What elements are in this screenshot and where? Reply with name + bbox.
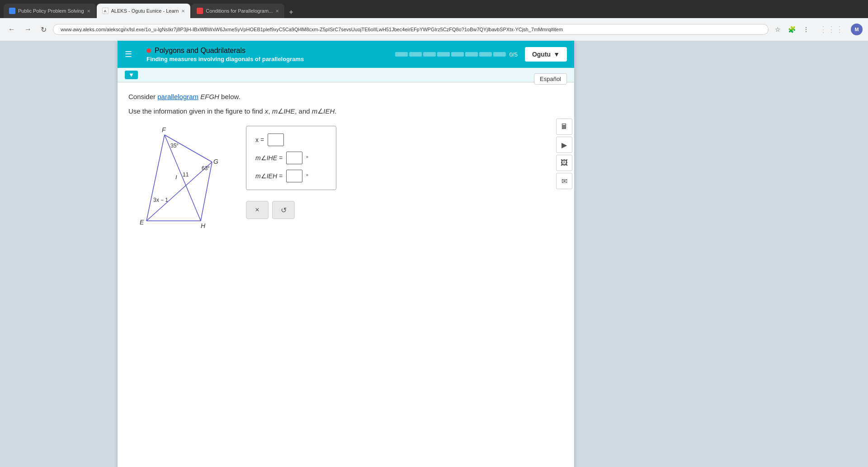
seg4 [437,52,450,57]
video-button[interactable]: ▶ [556,137,572,153]
parallelogram-figure: F G H E I 35° 63° 11 3x − 1 [128,126,228,243]
answer-area: x = m∠IHE = ° m∠IEH = ° [246,126,336,219]
calculator-icon: 🖩 [561,123,568,131]
tab-conditions[interactable]: Conditions for Parallelogram... ✕ [191,4,284,18]
svg-line-3 [146,135,165,221]
progress-area: 0/5 [395,51,518,58]
problem-instruction: Use the information given in the figure … [128,106,563,117]
angle-35: 35° [170,143,179,149]
side-3x: 3x − 1 [153,197,168,203]
browser-chrome: Public Policy Problem Solving ✕ A ALEKS … [0,0,868,41]
ihe-label: m∠IHE = [255,154,283,162]
topic-name: Polygons and Quadrilaterals [155,47,245,55]
problem-intro: Consider parallelogram EFGH below. [128,91,563,102]
side-tools: 🖩 ▶ 🖼 ✉ [556,119,574,189]
label-E: E [140,219,144,226]
intro-end: below. [221,93,241,100]
app-header: ☰ Polygons and Quadrilaterals Finding me… [118,41,574,68]
ihe-input[interactable] [286,152,302,164]
calculator-button[interactable]: 🖩 [556,119,572,135]
url-text: www-awy.aleks.com/alekscgi/x/lsl.exe/1o_… [61,27,761,32]
back-button[interactable]: ← [5,24,18,35]
tab-public-policy[interactable]: Public Policy Problem Solving ✕ [4,4,96,18]
shape-name: EFGH [200,93,219,100]
label-G: G [213,158,218,165]
collapse-bar: ▼ [118,68,574,82]
content-area: Consider parallelogram EFGH below. Use t… [118,82,574,376]
x-row: x = [255,133,327,146]
tab-title-1: Public Policy Problem Solving [18,8,84,14]
tab-title-2: ALEKS - Ogutu Eunice - Learn [111,8,179,14]
x-label: x = [255,136,264,143]
svg-line-4 [165,135,201,221]
profile-button[interactable]: M [851,24,863,35]
figure-answer-area: F G H E I 35° 63° 11 3x − 1 [128,126,563,243]
user-menu-button[interactable]: Ogutu ▼ [525,47,567,62]
label-I: I [175,174,177,181]
extension-button[interactable]: 🧩 [785,24,798,35]
main-layout: ☰ Polygons and Quadrilaterals Finding me… [0,41,868,467]
mail-icon: ✉ [561,177,567,186]
user-name: Ogutu [532,51,551,58]
profile-avatar: M [851,24,863,35]
seg2 [409,52,422,57]
hamburger-menu[interactable]: ☰ [118,41,139,68]
new-tab-button[interactable]: + [285,6,297,18]
forward-button[interactable]: → [22,24,34,35]
url-bar[interactable]: www-awy.aleks.com/alekscgi/x/lsl.exe/1o_… [53,24,769,35]
dropdown-arrow: ▼ [553,51,560,58]
label-H: H [201,222,206,229]
side-11: 11 [183,172,189,178]
app-container: ☰ Polygons and Quadrilaterals Finding me… [118,41,574,467]
x-input[interactable] [268,133,284,146]
tab-close-2[interactable]: ✕ [181,9,185,14]
tab-favicon-3 [197,8,203,14]
label-F: F [162,126,166,133]
image-button[interactable]: 🖼 [556,155,572,171]
header-info: Polygons and Quadrilaterals Finding meas… [139,43,395,66]
progress-label: 0/5 [509,51,518,58]
degree-ihe: ° [306,155,308,162]
answer-input-box: x = m∠IHE = ° m∠IEH = ° [246,126,336,190]
intro-text: Consider [128,93,156,100]
undo-button[interactable]: ↺ [272,201,295,219]
seg5 [451,52,464,57]
nav-actions: ☆ 🧩 ⋮ [772,24,812,35]
topic-dot [146,48,151,53]
clear-button[interactable]: × [246,201,269,219]
seg7 [479,52,492,57]
ieh-label: m∠IEH = [255,172,283,180]
app-menu-button[interactable]: ⋮⋮⋮ [816,23,847,36]
collapse-button[interactable]: ▼ [125,71,138,79]
tab-title-3: Conditions for Parallelogram... [206,8,273,14]
ihe-row: m∠IHE = ° [255,152,327,164]
bookmark-button[interactable]: ☆ [772,24,783,35]
image-icon: 🖼 [561,159,568,167]
header-subtitle: Finding measures involving diagonals of … [146,56,388,62]
more-button[interactable]: ⋮ [800,24,812,35]
seg8 [493,52,506,57]
tab-close-3[interactable]: ✕ [275,9,279,14]
degree-ieh: ° [306,173,308,180]
sidebar-area [0,41,118,467]
video-icon: ▶ [561,141,567,149]
nav-bar: ← → ↻ www-awy.aleks.com/alekscgi/x/lsl.e… [0,18,868,41]
parallelogram-link[interactable]: parallelogram [157,93,198,100]
header-topic: Polygons and Quadrilaterals [146,47,388,55]
right-padding [574,41,868,467]
keyboard-area: × ↺ [246,199,295,219]
ieh-row: m∠IEH = ° [255,170,327,182]
tab-bar: Public Policy Problem Solving ✕ A ALEKS … [0,0,868,18]
seg3 [423,52,436,57]
seg6 [465,52,478,57]
mail-button[interactable]: ✉ [556,173,572,189]
refresh-button[interactable]: ↻ [38,24,49,36]
ieh-input[interactable] [286,170,302,182]
tab-favicon-1 [9,8,15,14]
tab-favicon-2: A [102,8,108,14]
angle-63: 63° [202,165,210,172]
progress-bar [395,52,506,57]
tab-close-1[interactable]: ✕ [87,9,90,14]
seg1 [395,52,408,57]
tab-aleks[interactable]: A ALEKS - Ogutu Eunice - Learn ✕ [97,4,191,18]
